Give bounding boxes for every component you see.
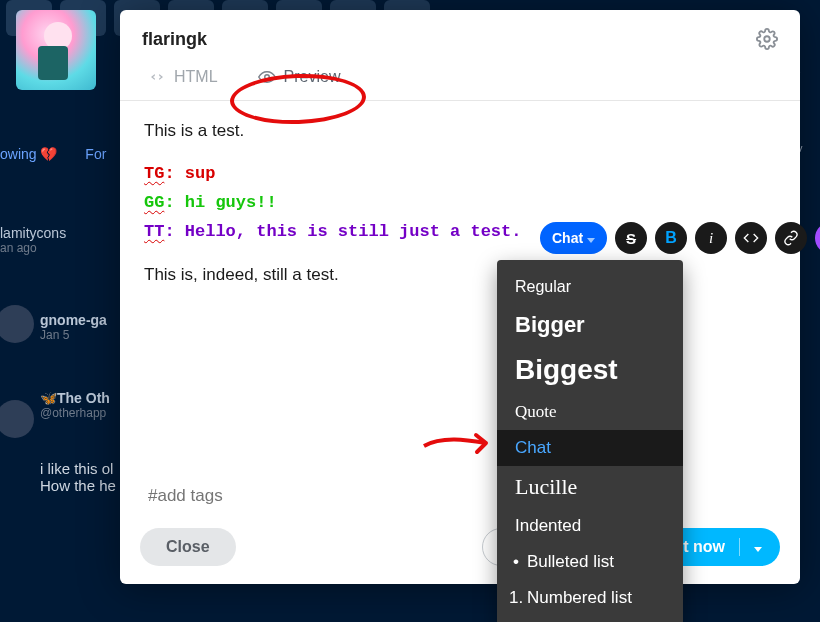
dropdown-item-chat[interactable]: Chat — [497, 430, 683, 466]
user-avatar[interactable] — [16, 10, 96, 90]
format-code-button[interactable] — [735, 222, 767, 254]
chat-tg-msg: sup — [185, 164, 216, 183]
modal-footer: Close Everyone Post now — [120, 516, 800, 584]
bg-post3-l2: How the he — [40, 477, 116, 494]
bg-post-3: 🦋The Oth @otherhapp i like this ol How t… — [40, 390, 116, 494]
bg-nav: owing 💔 For — [0, 146, 130, 162]
tab-html[interactable]: HTML — [142, 66, 224, 88]
bg-post3-l1: i like this ol — [40, 460, 116, 477]
bg-nav-following: owing 💔 — [0, 146, 57, 162]
tags-row — [120, 480, 800, 516]
editor-tabs: HTML Preview — [120, 58, 800, 101]
format-toolbar: Chat S B i — [540, 222, 820, 254]
dropdown-item-bulleted[interactable]: Bulleted list — [497, 544, 683, 580]
chat-tt-name: TT — [144, 222, 164, 241]
chevron-down-icon[interactable] — [754, 538, 762, 556]
post-body[interactable]: This is a test. TG: sup GG: hi guys!! TT… — [120, 101, 800, 480]
dropdown-item-biggest[interactable]: Biggest — [497, 346, 683, 394]
bg-avatar-2 — [0, 400, 34, 438]
chat-sep-3: : — [164, 222, 184, 241]
chat-sep-2: : — [164, 193, 184, 212]
bg-post3-handle: @otherhapp — [40, 406, 116, 420]
bg-avatar-1 — [0, 305, 34, 343]
dropdown-item-regular[interactable]: Regular — [497, 270, 683, 304]
tags-input[interactable] — [148, 486, 348, 506]
bg-post-1: lamitycons an ago — [0, 225, 66, 255]
format-chat-label: Chat — [552, 230, 583, 246]
post-composer-modal: flaringk HTML Preview This is a test. TG… — [120, 10, 800, 584]
dropdown-item-bigger[interactable]: Bigger — [497, 304, 683, 346]
modal-header: flaringk — [120, 10, 800, 58]
bg-post3-user: 🦋The Oth — [40, 390, 116, 406]
blog-name[interactable]: flaringk — [142, 29, 207, 50]
tab-html-label: HTML — [174, 68, 218, 86]
format-link-button[interactable] — [775, 222, 807, 254]
format-unlink-button[interactable] — [815, 222, 820, 254]
close-button[interactable]: Close — [140, 528, 236, 566]
bg-post-2: gnome-ga Jan 5 — [40, 312, 107, 342]
chat-tt-msg: Hello, this is still just a test. — [185, 222, 522, 241]
bg-post1-time: an ago — [0, 241, 66, 255]
format-chat-pill[interactable]: Chat — [540, 222, 607, 254]
gear-icon[interactable] — [756, 28, 778, 50]
dropdown-item-lucille[interactable]: Lucille — [497, 466, 683, 508]
bg-post2-user: gnome-ga — [40, 312, 107, 328]
svg-point-0 — [764, 36, 770, 42]
chat-tg-name: TG — [144, 164, 164, 183]
tab-preview[interactable]: Preview — [252, 66, 347, 88]
split-divider — [739, 538, 740, 556]
format-bold-button[interactable]: B — [655, 222, 687, 254]
dropdown-item-quote[interactable]: Quote — [497, 394, 683, 430]
bg-post1-user: lamitycons — [0, 225, 66, 241]
chat-sep-1: : — [164, 164, 184, 183]
bg-nav-for: For — [85, 146, 106, 162]
post-line-1: This is a test. — [144, 117, 776, 146]
bg-post2-time: Jan 5 — [40, 328, 107, 342]
svg-point-1 — [264, 75, 269, 80]
dropdown-item-indented[interactable]: Indented — [497, 508, 683, 544]
text-style-dropdown: Regular Bigger Biggest Quote Chat Lucill… — [497, 260, 683, 622]
chat-gg-name: GG — [144, 193, 164, 212]
format-italic-button[interactable]: i — [695, 222, 727, 254]
format-strike-button[interactable]: S — [615, 222, 647, 254]
tab-preview-label: Preview — [284, 68, 341, 86]
chat-gg-msg: hi guys!! — [185, 193, 277, 212]
chevron-down-icon — [587, 230, 595, 246]
dropdown-item-numbered[interactable]: Numbered list — [497, 580, 683, 616]
